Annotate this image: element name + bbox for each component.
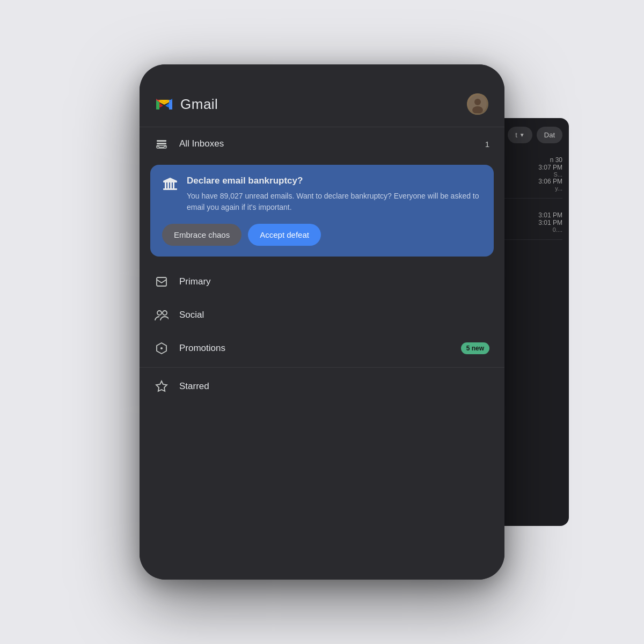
card-actions: Embrace chaos Accept defeat	[162, 224, 482, 246]
social-label: Social	[179, 310, 489, 320]
svg-point-18	[160, 347, 163, 349]
svg-rect-10	[165, 182, 166, 188]
card-title: Declare email bankruptcy?	[187, 175, 482, 186]
starred-label: Starred	[179, 381, 489, 392]
nav-item-social[interactable]: Social	[140, 298, 504, 332]
nav-item-primary[interactable]: Primary	[140, 265, 504, 298]
primary-label: Primary	[179, 276, 489, 287]
nav-divider	[140, 367, 504, 368]
all-inboxes-icon	[155, 137, 169, 151]
nav-item-promotions[interactable]: Promotions 5 new	[140, 332, 504, 365]
svg-rect-13	[173, 182, 174, 188]
card-body: You have 89,027 unread emails. Want to d…	[187, 191, 482, 213]
bank-icon	[162, 177, 178, 196]
promotions-icon	[155, 341, 169, 355]
embrace-chaos-button[interactable]: Embrace chaos	[162, 224, 241, 246]
card-text-block: Declare email bankruptcy? You have 89,02…	[187, 175, 482, 213]
svg-point-17	[163, 311, 167, 315]
all-inboxes-label: All Inboxes	[179, 138, 474, 149]
nav-item-starred[interactable]: Starred	[140, 370, 504, 403]
svg-rect-6	[157, 143, 166, 144]
svg-rect-11	[167, 182, 169, 188]
gmail-logo: Gmail	[155, 96, 218, 113]
nav-scroll-area[interactable]: All Inboxes 1	[140, 127, 504, 580]
accept-defeat-button[interactable]: Accept defeat	[248, 224, 321, 246]
filter-chip-label: t	[515, 131, 517, 139]
svg-rect-12	[170, 182, 172, 188]
app-header: Gmail	[140, 64, 504, 127]
promotions-label: Promotions	[179, 343, 450, 354]
dropdown-icon: ▼	[519, 132, 525, 138]
promotions-badge: 5 new	[461, 342, 489, 354]
app-title: Gmail	[180, 96, 218, 113]
bankruptcy-card: Declare email bankruptcy? You have 89,02…	[150, 165, 494, 257]
primary-icon	[155, 275, 169, 289]
card-header: Declare email bankruptcy? You have 89,02…	[162, 175, 482, 213]
phone: Gmail	[140, 64, 504, 580]
svg-rect-8	[163, 181, 177, 182]
phone-content: Gmail	[140, 64, 504, 580]
svg-marker-14	[163, 178, 177, 181]
date-chip[interactable]: Dat	[537, 127, 562, 143]
gmail-m-icon	[155, 97, 174, 112]
social-icon	[155, 308, 169, 322]
svg-rect-9	[163, 188, 177, 190]
avatar-ring	[466, 92, 489, 116]
svg-rect-5	[157, 140, 166, 142]
all-inboxes-badge: 1	[485, 140, 489, 149]
date-chip-label: Dat	[544, 131, 555, 139]
scene: t ▼ Dat n 30 3:07 PM S... 3:06 PM y... 3…	[80, 54, 564, 590]
avatar[interactable]	[466, 92, 489, 116]
filter-chip[interactable]: t ▼	[508, 127, 532, 143]
svg-point-16	[157, 311, 162, 315]
nav-item-all-inboxes[interactable]: All Inboxes 1	[140, 127, 504, 160]
starred-icon	[155, 379, 169, 393]
svg-rect-15	[157, 277, 166, 286]
